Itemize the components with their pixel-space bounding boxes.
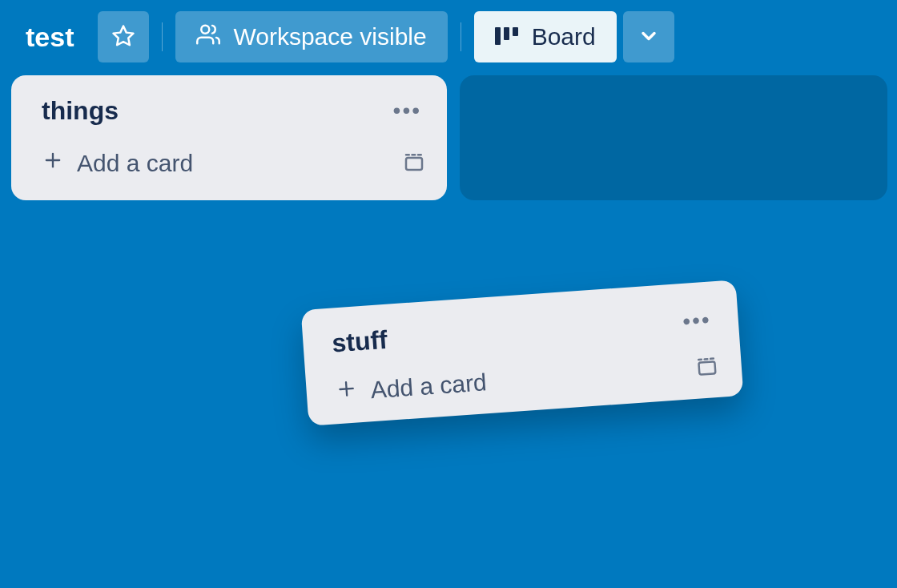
svg-rect-2 bbox=[495, 27, 501, 45]
board-view-icon bbox=[495, 23, 519, 50]
add-card-label: Add a card bbox=[77, 150, 193, 177]
add-card-button[interactable]: Add a card bbox=[42, 149, 193, 177]
board-area: things ••• Add a card bbox=[0, 62, 897, 200]
star-icon bbox=[111, 24, 135, 50]
ellipsis-icon: ••• bbox=[682, 307, 711, 333]
list-menu-button[interactable]: ••• bbox=[388, 95, 426, 127]
add-card-label: Add a card bbox=[370, 369, 488, 404]
visibility-label: Workspace visible bbox=[233, 23, 426, 50]
list-header: things ••• bbox=[42, 95, 426, 127]
svg-rect-3 bbox=[504, 27, 509, 40]
people-icon bbox=[196, 22, 220, 52]
star-button[interactable] bbox=[98, 11, 149, 62]
plus-icon bbox=[335, 377, 359, 406]
list-footer: Add a card bbox=[335, 352, 720, 406]
chevron-down-icon bbox=[638, 25, 660, 50]
svg-marker-0 bbox=[114, 26, 134, 45]
list-footer: Add a card bbox=[42, 149, 426, 177]
divider bbox=[162, 22, 163, 51]
list-title[interactable]: stuff bbox=[331, 324, 388, 358]
ellipsis-icon: ••• bbox=[393, 98, 421, 123]
board-title[interactable]: test bbox=[26, 22, 74, 53]
svg-rect-7 bbox=[406, 158, 422, 170]
view-dropdown-button[interactable] bbox=[623, 11, 674, 62]
list-header: stuff ••• bbox=[331, 297, 717, 362]
card-template-button[interactable] bbox=[402, 150, 426, 176]
template-icon bbox=[402, 164, 426, 176]
visibility-button[interactable]: Workspace visible bbox=[175, 11, 447, 62]
svg-line-9 bbox=[340, 389, 352, 389]
svg-rect-4 bbox=[513, 27, 518, 36]
list-drop-placeholder bbox=[460, 75, 887, 200]
view-switch-button[interactable]: Board bbox=[474, 11, 617, 62]
template-icon bbox=[695, 368, 720, 381]
list-menu-button[interactable]: ••• bbox=[677, 304, 717, 338]
svg-point-1 bbox=[202, 25, 210, 33]
list-things[interactable]: things ••• Add a card bbox=[11, 75, 447, 200]
list-title[interactable]: things bbox=[42, 96, 119, 126]
list-stuff-dragging[interactable]: stuff ••• Add a card bbox=[301, 280, 744, 426]
divider bbox=[461, 22, 461, 51]
card-template-button[interactable] bbox=[694, 353, 720, 381]
plus-icon bbox=[42, 149, 64, 177]
board-header: test Workspace visible bbox=[0, 0, 897, 62]
svg-rect-10 bbox=[698, 361, 715, 374]
view-label: Board bbox=[532, 23, 596, 50]
add-card-button[interactable]: Add a card bbox=[335, 368, 488, 406]
